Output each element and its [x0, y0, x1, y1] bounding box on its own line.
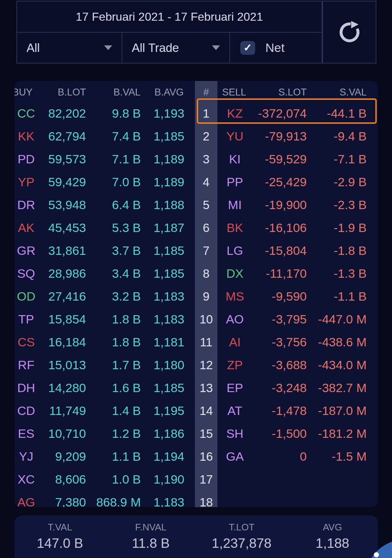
- date-range-text: 17 Februari 2021 - 17 Februari 2021: [76, 10, 263, 24]
- sell-code-cell: KI: [221, 148, 249, 171]
- selected-row-highlight: [197, 98, 377, 124]
- buy-val-cell: 1.7 B: [93, 354, 141, 376]
- buy-avg-cell: 1,185: [143, 262, 184, 285]
- refresh-button[interactable]: [322, 1, 376, 64]
- sell-val-cell: -1.5 M: [308, 445, 367, 468]
- buy-avg-cell: 1,185: [143, 125, 184, 148]
- buy-val-cell: 1.2 B: [93, 422, 141, 445]
- buy-lot-cell: 45,453: [36, 216, 86, 239]
- buy-val-cell: 7.0 B: [93, 171, 141, 194]
- rank-cell: 5: [195, 194, 217, 216]
- buy-lot-cell: 15,854: [36, 308, 86, 331]
- buy-lot-cell: 27,416: [36, 285, 86, 308]
- buy-val-cell: 5.3 B: [93, 216, 141, 239]
- buy-code-cell: GR: [15, 239, 38, 262]
- summary-label: AVG: [287, 521, 378, 534]
- net-checkbox[interactable]: ✓: [240, 41, 255, 55]
- sell-val-cell: [308, 491, 367, 507]
- buy-lot-cell: 10,710: [36, 422, 86, 445]
- buy-val-cell: 868.9 M: [93, 491, 141, 507]
- buy-avg-cell: 1,194: [143, 445, 184, 468]
- rank-cell: 11: [195, 331, 217, 354]
- buy-val-cell: 1.8 B: [93, 308, 141, 331]
- buy-avg-cell: 1,193: [143, 102, 184, 125]
- rank-cell: 3: [195, 148, 217, 171]
- sell-code-cell: AT: [221, 399, 249, 422]
- table-row[interactable]: CD11,7491.4 B1,19514AT-1,478-187.0 M: [15, 399, 378, 422]
- summary-value: 11.8 B: [105, 534, 196, 553]
- table-row[interactable]: YP59,4297.0 B1,1894PP-25,429-2.9 B: [15, 171, 378, 194]
- buy-code-cell: XC: [15, 468, 38, 491]
- sell-val-cell: -2.3 B: [308, 194, 367, 216]
- table-row[interactable]: PD59,5737.1 B1,1893KI-59,529-7.1 B: [15, 148, 378, 171]
- sell-code-cell: BK: [221, 216, 249, 239]
- header-b-avg: B.AVG: [143, 83, 184, 101]
- sell-code-cell: MI: [221, 194, 249, 216]
- trade-type-dropdown[interactable]: All Trade: [122, 32, 230, 64]
- buy-code-cell: YJ: [15, 445, 38, 468]
- buy-lot-cell: 62,794: [36, 125, 86, 148]
- sell-lot-cell: [250, 468, 307, 491]
- table-row[interactable]: DH14,2801.6 B1,18513EP-3,248-382.7 M: [15, 376, 378, 399]
- sell-val-cell: -181.2 M: [308, 422, 367, 445]
- buy-lot-cell: 16,184: [36, 331, 86, 354]
- sell-code-cell: AO: [221, 308, 249, 331]
- table-row[interactable]: AK45,4535.3 B1,1876BK-16,106-1.9 B: [15, 216, 378, 239]
- sell-val-cell: [308, 468, 367, 491]
- buy-code-cell: CS: [15, 331, 38, 354]
- buy-lot-cell: 9,209: [36, 445, 86, 468]
- rank-cell: 2: [195, 125, 217, 148]
- table-row[interactable]: KK62,7947.4 B1,1852YU-79,913-9.4 B: [15, 125, 378, 148]
- table-row[interactable]: AG7,380868.9 M1,18318: [15, 491, 378, 507]
- rank-cell: 7: [195, 239, 217, 262]
- buy-avg-cell: 1,183: [143, 491, 184, 507]
- sell-code-cell: PP: [221, 171, 249, 194]
- header-b-lot: B.LOT: [36, 83, 86, 101]
- sell-val-cell: -447.0 M: [308, 308, 367, 331]
- table-row[interactable]: SQ28,9863.4 B1,1858DX-11,170-1.3 B: [15, 262, 378, 285]
- sell-val-cell: -7.1 B: [308, 148, 367, 171]
- chevron-down-icon: [104, 45, 112, 50]
- sell-val-cell: -382.7 M: [308, 376, 367, 399]
- sell-code-cell: DX: [221, 262, 249, 285]
- summary-tlot: T.LOT 1,237,878: [196, 521, 287, 558]
- buy-lot-cell: 28,986: [36, 262, 86, 285]
- summary-fnval: F.NVAL 11.8 B: [105, 521, 196, 558]
- table-row[interactable]: OD27,4163.2 B1,1839MS-9,590-1.1 B: [15, 285, 378, 308]
- buy-code-cell: TP: [15, 308, 38, 331]
- table-row[interactable]: YJ9,2091.1 B1,19416GA0-1.5 M: [15, 445, 378, 468]
- sell-lot-cell: -3,795: [250, 308, 307, 331]
- buy-avg-cell: 1,185: [143, 376, 184, 399]
- net-toggle[interactable]: ✓ Net: [229, 32, 322, 64]
- buy-val-cell: 1.6 B: [93, 376, 141, 399]
- buy-avg-cell: 1,185: [143, 239, 184, 262]
- sell-code-cell: ZP: [221, 354, 249, 376]
- buy-code-cell: RF: [15, 354, 38, 376]
- rank-cell: 14: [195, 399, 217, 422]
- broker-filter-dropdown[interactable]: All: [16, 32, 122, 64]
- table-row[interactable]: GR31,8613.7 B1,1857LG-15,804-1.8 B: [15, 239, 378, 262]
- table-row[interactable]: TP15,8541.8 B1,18310AO-3,795-447.0 M: [15, 308, 378, 331]
- buy-code-cell: DR: [15, 194, 38, 216]
- sell-lot-cell: 0: [250, 445, 307, 468]
- sell-code-cell: YU: [221, 125, 249, 148]
- rank-cell: 8: [195, 262, 217, 285]
- fab-dot-icon: [374, 552, 379, 557]
- sell-val-cell: -1.9 B: [308, 216, 367, 239]
- sell-val-cell: -1.3 B: [308, 262, 367, 285]
- summary-tval: T.VAL 147.0 B: [15, 521, 105, 558]
- sell-val-cell: -434.0 M: [308, 354, 367, 376]
- buy-lot-cell: 82,202: [36, 102, 86, 125]
- date-range-selector[interactable]: 17 Februari 2021 - 17 Februari 2021: [16, 1, 322, 33]
- summary-value: 147.0 B: [15, 534, 105, 553]
- rank-cell: 16: [195, 445, 217, 468]
- table-row[interactable]: DR53,9486.4 B1,1885MI-19,900-2.3 B: [15, 194, 378, 216]
- buy-val-cell: 1.8 B: [93, 331, 141, 354]
- table-row[interactable]: RF15,0131.7 B1,18012ZP-3,688-434.0 M: [15, 354, 378, 376]
- sell-code-cell: MS: [221, 285, 249, 308]
- buy-val-cell: 3.4 B: [93, 262, 141, 285]
- rank-cell: 15: [195, 422, 217, 445]
- table-row[interactable]: ES10,7101.2 B1,18615SH-1,500-181.2 M: [15, 422, 378, 445]
- table-row[interactable]: XC8,6061.0 B1,19017: [15, 468, 378, 491]
- table-row[interactable]: CS16,1841.8 B1,18111AI-3,756-438.6 M: [15, 331, 378, 354]
